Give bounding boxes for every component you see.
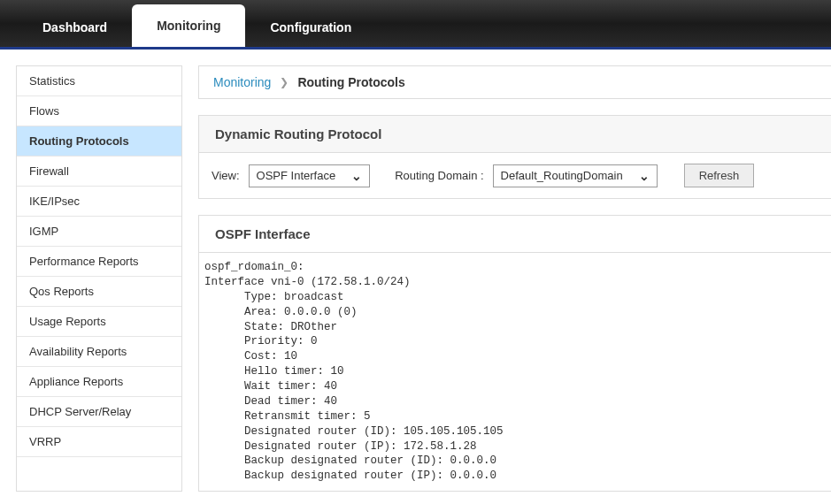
top-navbar: Dashboard Monitoring Configuration xyxy=(0,0,831,50)
view-select[interactable]: OSPF Interface ⌄ xyxy=(249,164,371,187)
sidebar-item-igmp[interactable]: IGMP xyxy=(17,217,181,247)
tab-monitoring[interactable]: Monitoring xyxy=(132,4,245,47)
ospf-panel-title: OSPF Interface xyxy=(199,216,831,253)
tab-dashboard[interactable]: Dashboard xyxy=(18,8,132,47)
panel-ospf-interface: OSPF Interface ospf_rdomain_0: Interface… xyxy=(198,215,831,492)
sidebar-item-availability-reports[interactable]: Availability Reports xyxy=(17,337,181,367)
view-select-value: OSPF Interface xyxy=(257,169,336,182)
tab-configuration[interactable]: Configuration xyxy=(245,8,376,47)
sidebar-item-routing-protocols[interactable]: Routing Protocols xyxy=(17,126,181,157)
chevron-down-icon: ⌄ xyxy=(351,169,362,183)
sidebar-item-appliance-reports[interactable]: Appliance Reports xyxy=(17,367,181,397)
sidebar-item-statistics[interactable]: Statistics xyxy=(17,66,181,96)
breadcrumb: Monitoring ❯ Routing Protocols xyxy=(198,65,831,99)
refresh-button[interactable]: Refresh xyxy=(684,164,755,187)
sidebar-item-qos-reports[interactable]: Qos Reports xyxy=(17,277,181,307)
panel-dynamic-routing-protocol: Dynamic Routing Protocol View: OSPF Inte… xyxy=(198,115,831,199)
sidebar-item-firewall[interactable]: Firewall xyxy=(17,157,181,187)
routing-domain-label: Routing Domain : xyxy=(395,169,483,182)
routing-domain-select[interactable]: Default_RoutingDomain ⌄ xyxy=(493,164,658,187)
breadcrumb-parent[interactable]: Monitoring xyxy=(213,75,271,89)
sidebar-item-flows[interactable]: Flows xyxy=(17,96,181,126)
view-label: View: xyxy=(212,169,240,182)
sidebar: Statistics Flows Routing Protocols Firew… xyxy=(16,65,182,492)
sidebar-item-ike-ipsec[interactable]: IKE/IPsec xyxy=(17,187,181,217)
sidebar-item-vrrp[interactable]: VRRP xyxy=(17,427,181,457)
sidebar-item-performance-reports[interactable]: Performance Reports xyxy=(17,247,181,277)
panel-title: Dynamic Routing Protocol xyxy=(199,116,831,153)
chevron-right-icon: ❯ xyxy=(280,76,289,88)
sidebar-item-dhcp-server-relay[interactable]: DHCP Server/Relay xyxy=(17,397,181,427)
sidebar-item-usage-reports[interactable]: Usage Reports xyxy=(17,307,181,337)
routing-domain-select-value: Default_RoutingDomain xyxy=(501,169,623,182)
chevron-down-icon: ⌄ xyxy=(639,169,650,183)
ospf-output: ospf_rdomain_0: Interface vni-0 (172.58.… xyxy=(199,253,831,491)
breadcrumb-current: Routing Protocols xyxy=(297,75,404,89)
